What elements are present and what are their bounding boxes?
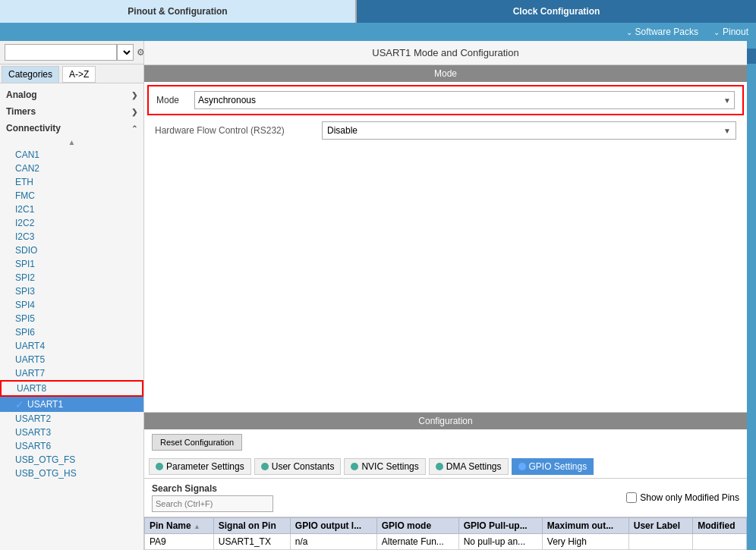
cell-pin-name: PA9 <box>145 534 214 550</box>
dma-settings-label: DMA Settings <box>446 461 502 472</box>
sidebar-item-usart6[interactable]: USART6 <box>0 439 143 453</box>
sidebar-item-spi3[interactable]: SPI3 <box>0 284 143 298</box>
mode-field-label: Mode <box>156 95 194 105</box>
sidebar-item-can1[interactable]: CAN1 <box>0 148 143 162</box>
col-gpio-mode[interactable]: GPIO mode <box>376 518 458 534</box>
sidebar-item-spi6[interactable]: SPI6 <box>0 325 143 339</box>
sub-header: ⌄ Software Packs ⌄ Pinout <box>0 23 756 41</box>
col-user-label[interactable]: User Label <box>628 518 692 534</box>
analog-expand-icon: ❯ <box>131 91 137 99</box>
gear-icon[interactable]: ⚙ <box>137 45 144 60</box>
timers-expand-icon: ❯ <box>131 108 137 116</box>
search-signals-input[interactable] <box>152 495 273 512</box>
table-row: PA9 USART1_TX n/a Alternate Fun... No pu… <box>145 534 747 550</box>
search-bar: ⚙ <box>0 41 143 64</box>
scroll-up-indicator: ▲ <box>0 137 143 148</box>
sidebar-item-spi5[interactable]: SPI5 <box>0 312 143 325</box>
parameter-settings-label: Parameter Settings <box>166 461 244 472</box>
software-packs-sub[interactable]: ⌄ Software Packs <box>619 23 706 41</box>
sidebar-item-usart2[interactable]: USART2 <box>0 412 143 426</box>
sidebar-item-usart1[interactable]: ✓ USART1 <box>0 397 143 412</box>
hw-flow-select[interactable]: Disable ▼ <box>322 121 736 140</box>
mode-section-header: Mode <box>144 65 747 82</box>
config-tabs: Parameter Settings User Constants NVIC S… <box>144 455 747 479</box>
col-signal-on-pin[interactable]: Signal on Pin <box>213 518 290 534</box>
cell-max-output: Very High <box>542 534 628 550</box>
dma-dot-icon <box>436 463 443 470</box>
software-packs-chevron-icon: ⌄ <box>626 28 632 36</box>
tab-user-constants[interactable]: User Constants <box>254 458 342 475</box>
tab-dma-settings[interactable]: DMA Settings <box>429 458 509 475</box>
col-gpio-output[interactable]: GPIO output l... <box>290 518 376 534</box>
sidebar-item-usb-otg-hs[interactable]: USB_OTG_HS <box>0 467 143 480</box>
tab-parameter-settings[interactable]: Parameter Settings <box>149 458 251 475</box>
az-label: A->Z <box>69 69 89 80</box>
pinout-header-label: Pinout & Configuration <box>128 6 227 17</box>
mode-select[interactable]: Asynchronous ▼ <box>194 91 735 109</box>
sidebar-item-uart5[interactable]: UART5 <box>0 353 143 366</box>
sidebar-item-can2[interactable]: CAN2 <box>0 162 143 175</box>
sidebar-item-eth[interactable]: ETH <box>0 175 143 189</box>
content-title: USART1 Mode and Configuration <box>144 41 747 65</box>
hw-flow-label: Hardware Flow Control (RS232) <box>155 125 322 136</box>
clock-header[interactable]: Clock Configuration <box>357 0 756 23</box>
col-modified[interactable]: Modified <box>693 518 747 534</box>
tab-gpio-settings[interactable]: GPIO Settings <box>512 458 594 475</box>
sidebar-item-usart3[interactable]: USART3 <box>0 426 143 439</box>
connectivity-label: Connectivity <box>6 123 61 134</box>
table-header-row: Pin Name ▲ Signal on Pin GPIO output l..… <box>145 518 747 534</box>
signals-section: Search Signals Show only Modified Pins <box>144 479 747 517</box>
gpio-settings-label: GPIO Settings <box>529 461 587 472</box>
show-modified-label: Show only Modified Pins <box>640 492 739 503</box>
pinout-sub-label: Pinout <box>723 27 748 37</box>
sidebar-item-spi1[interactable]: SPI1 <box>0 257 143 271</box>
pinout-header[interactable]: Pinout & Configuration <box>0 0 357 23</box>
pinout-sub[interactable]: ⌄ Pinout <box>706 23 756 41</box>
sidebar-section-analog[interactable]: Analog ❯ <box>0 86 143 103</box>
cell-modified <box>693 534 747 550</box>
right-scrollbar[interactable] <box>747 41 756 550</box>
config-section: Configuration Reset Configuration Parame… <box>144 412 747 550</box>
sidebar-item-spi4[interactable]: SPI4 <box>0 298 143 312</box>
sidebar-item-spi2[interactable]: SPI2 <box>0 271 143 284</box>
connectivity-expand-icon: ⌃ <box>131 124 137 133</box>
sidebar-item-uart4[interactable]: UART4 <box>0 339 143 353</box>
pin-name-sort-icon: ▲ <box>194 523 200 530</box>
show-modified-group: Show only Modified Pins <box>626 492 739 503</box>
show-modified-checkbox[interactable] <box>626 492 637 503</box>
cell-user-label <box>628 534 692 550</box>
col-max-output[interactable]: Maximum out... <box>542 518 628 534</box>
cell-signal: USART1_TX <box>213 534 290 550</box>
search-signals-label: Search Signals <box>152 483 273 494</box>
search-input[interactable] <box>5 44 117 61</box>
hw-flow-row: Hardware Flow Control (RS232) Disable ▼ <box>147 118 744 143</box>
scroll-thumb <box>747 49 756 64</box>
col-pin-name[interactable]: Pin Name ▲ <box>145 518 214 534</box>
sidebar-item-sdio[interactable]: SDIO <box>0 244 143 257</box>
tab-categories[interactable]: Categories <box>2 66 59 83</box>
sidebar-item-uart8[interactable]: UART8 <box>0 380 143 397</box>
clock-header-label: Clock Configuration <box>513 6 600 17</box>
config-header: Configuration <box>144 413 747 429</box>
sidebar-item-usb-otg-fs[interactable]: USB_OTG_FS <box>0 453 143 467</box>
category-tabs: Categories A->Z <box>0 64 143 83</box>
user-constants-dot-icon <box>261 463 269 470</box>
col-gpio-pull[interactable]: GPIO Pull-up... <box>458 518 542 534</box>
cell-gpio-pull: No pull-up an... <box>458 534 542 550</box>
sidebar-item-fmc[interactable]: FMC <box>0 189 143 203</box>
cell-gpio-output: n/a <box>290 534 376 550</box>
sidebar-section-connectivity[interactable]: Connectivity ⌃ <box>0 120 143 137</box>
pinout-sub-chevron-icon: ⌄ <box>713 28 720 36</box>
nvic-settings-label: NVIC Settings <box>361 461 418 472</box>
sidebar-item-i2c2[interactable]: I2C2 <box>0 216 143 230</box>
sidebar: ⚙ Categories A->Z Analog ❯ Timers ❯ Conn… <box>0 41 144 550</box>
sidebar-item-i2c1[interactable]: I2C1 <box>0 203 143 216</box>
mode-select-arrow-icon: ▼ <box>723 96 731 105</box>
sidebar-item-i2c3[interactable]: I2C3 <box>0 230 143 244</box>
categories-label: Categories <box>8 69 52 80</box>
tab-nvic-settings[interactable]: NVIC Settings <box>344 458 425 475</box>
tab-az[interactable]: A->Z <box>62 66 96 83</box>
reset-config-button[interactable]: Reset Configuration <box>152 434 242 451</box>
sidebar-section-timers[interactable]: Timers ❯ <box>0 103 143 120</box>
sidebar-item-uart7[interactable]: UART7 <box>0 366 143 380</box>
